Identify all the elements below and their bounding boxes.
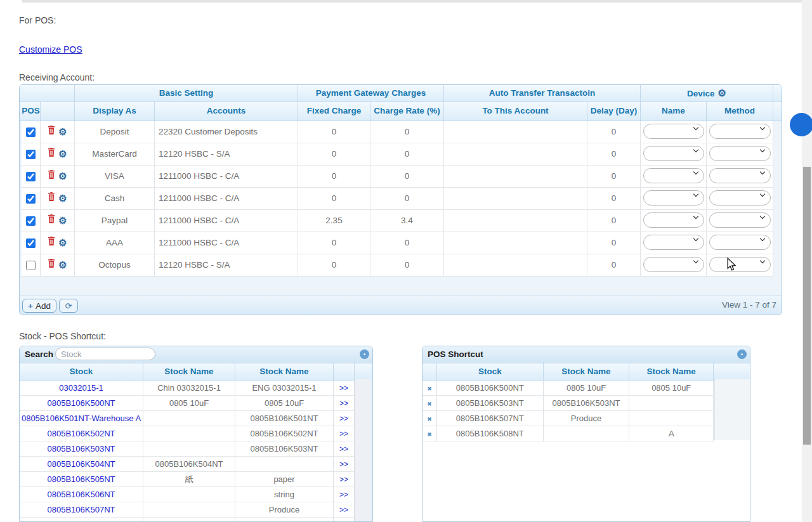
col-fixed-charge: Fixed Charge (298, 102, 370, 121)
stock-cell: 0805B106K500NT (437, 381, 544, 396)
device-method-cell (707, 121, 773, 143)
device-method-select-wrap (709, 188, 771, 209)
stock-panel-titlebar: Search ▲ (20, 346, 372, 363)
stock-row: 0805B106K506NTstring>> (20, 487, 372, 502)
remove-shortcut-button[interactable]: ✖ (427, 431, 432, 438)
device-settings-gear-icon[interactable]: ⚙ (718, 88, 726, 98)
device-method-select[interactable] (709, 212, 771, 228)
pos-enabled-checkbox[interactable] (26, 150, 36, 159)
device-name-select[interactable] (643, 124, 704, 139)
pos-enabled-checkbox[interactable] (26, 172, 36, 181)
column-header-row: POS Display As Accounts Fixed Charge Cha… (20, 102, 782, 121)
grid-pager: +Add ⟳ View 1 - 7 of 7 (20, 296, 782, 315)
refresh-button[interactable]: ⟳ (59, 299, 78, 313)
delete-row-trash-icon[interactable] (48, 192, 55, 203)
to-this-account-cell (444, 143, 587, 166)
add-button[interactable]: +Add (22, 299, 56, 313)
device-method-select[interactable] (709, 168, 771, 183)
device-name-select-wrap (643, 232, 704, 253)
device-method-select-wrap (709, 143, 771, 164)
pos-checkbox-cell (22, 254, 41, 277)
delete-row-trash-icon[interactable] (48, 259, 55, 270)
remove-shortcut-button[interactable]: ✖ (427, 386, 432, 392)
device-name-select[interactable] (643, 146, 704, 161)
stock-name-1-cell: 紙 (143, 472, 235, 487)
stock-link[interactable]: 0805B106K507NT (48, 505, 115, 514)
delete-row-trash-icon[interactable] (48, 148, 55, 159)
stock-name-1-cell: 0805 10uF (143, 396, 235, 411)
floating-blue-button[interactable] (790, 113, 812, 136)
device-method-select[interactable] (709, 124, 771, 139)
row-settings-gear-icon[interactable]: ⚙ (58, 126, 67, 138)
row-settings-gear-icon[interactable]: ⚙ (58, 148, 67, 160)
shortcut-panel-trailing-strip (714, 379, 750, 440)
customize-pos-link[interactable]: Customize POS (19, 44, 82, 55)
device-name-select[interactable] (643, 190, 704, 206)
device-name-select[interactable] (643, 235, 704, 250)
stock-link[interactable]: 0805B106K504NT (48, 459, 115, 469)
accounts-cell: 12120 HSBC - S/A (155, 254, 298, 277)
delay-day-cell: 0 (587, 143, 641, 166)
device-name-select[interactable] (643, 168, 704, 183)
move-to-shortcut-button[interactable]: >> (339, 414, 348, 423)
stock-name-2-cell (235, 457, 334, 472)
device-name-select[interactable] (643, 212, 704, 228)
stock-row: 0805B106K508NTA>> (20, 518, 372, 522)
row-settings-gear-icon[interactable]: ⚙ (58, 259, 67, 271)
stock-cell: 0805B106K503NT (20, 441, 143, 457)
stock-cell: 0805B106K507NT (20, 502, 143, 518)
move-to-shortcut-button[interactable]: >> (339, 399, 348, 408)
move-to-shortcut-button[interactable]: >> (339, 445, 348, 453)
receiving-account-row: ⚙MasterCard12120 HSBC - S/A000 (20, 143, 782, 166)
stock-link[interactable]: 03032015-1 (59, 383, 103, 393)
row-actions-cell: ⚙ (41, 188, 75, 210)
move-to-shortcut-button[interactable]: >> (339, 460, 348, 469)
row-settings-gear-icon[interactable]: ⚙ (58, 171, 67, 182)
stock-link[interactable]: 0805B106K501NT-Warehouse A (22, 414, 141, 423)
collapse-stock-panel-button[interactable]: ▲ (360, 349, 369, 359)
row-settings-gear-icon[interactable]: ⚙ (58, 215, 67, 226)
move-to-shortcut-button[interactable]: >> (339, 506, 348, 514)
delete-row-trash-icon[interactable] (48, 237, 55, 247)
pos-enabled-checkbox[interactable] (26, 238, 36, 248)
pos-enabled-checkbox[interactable] (26, 216, 36, 226)
remove-shortcut-button[interactable]: ✖ (427, 401, 432, 407)
stock-cell: 0805B106K502NT (20, 426, 143, 441)
move-cell: >> (334, 518, 355, 522)
device-method-select[interactable] (709, 146, 771, 161)
row-actions-cell: ⚙ (41, 166, 75, 188)
move-cell: >> (334, 426, 355, 441)
device-method-select[interactable] (709, 257, 771, 272)
stock-search-input[interactable] (55, 348, 155, 360)
move-to-shortcut-button[interactable]: >> (339, 384, 348, 393)
remove-shortcut-button[interactable]: ✖ (427, 416, 432, 422)
device-name-select[interactable] (643, 257, 704, 272)
move-cell: >> (334, 441, 355, 457)
group-basic-setting: Basic Setting (75, 85, 298, 101)
stock-link[interactable]: 0805B106K500NT (48, 398, 115, 408)
group-device: Device⚙ (641, 85, 773, 101)
stock-link[interactable]: 0805B106K503NT (48, 444, 115, 453)
stock-link[interactable]: 0805B106K505NT (48, 474, 115, 484)
device-method-cell (707, 232, 773, 254)
move-to-shortcut-button[interactable]: >> (339, 429, 348, 438)
collapse-shortcut-panel-button[interactable]: ▲ (737, 349, 747, 359)
delete-row-trash-icon[interactable] (48, 126, 55, 136)
stock-link[interactable]: 0805B106K506NT (48, 490, 115, 499)
pos-enabled-checkbox[interactable] (26, 127, 36, 137)
move-to-shortcut-button[interactable]: >> (339, 475, 348, 484)
fixed-charge-cell: 0 (298, 143, 370, 166)
row-settings-gear-icon[interactable]: ⚙ (58, 237, 67, 249)
col-stock-name-2: Stock Name (629, 363, 714, 380)
pos-enabled-checkbox[interactable] (26, 261, 36, 270)
device-method-select[interactable] (709, 235, 771, 250)
scrollbar-thumb[interactable] (803, 167, 811, 445)
move-to-shortcut-button[interactable]: >> (339, 490, 348, 499)
delete-row-trash-icon[interactable] (48, 170, 55, 181)
stock-link[interactable]: 0805B106K502NT (48, 429, 115, 438)
delete-row-trash-icon[interactable] (48, 214, 55, 225)
pos-enabled-checkbox[interactable] (26, 194, 36, 204)
row-settings-gear-icon[interactable]: ⚙ (58, 193, 67, 204)
refresh-icon: ⟳ (65, 301, 72, 311)
device-method-select[interactable] (709, 190, 771, 206)
